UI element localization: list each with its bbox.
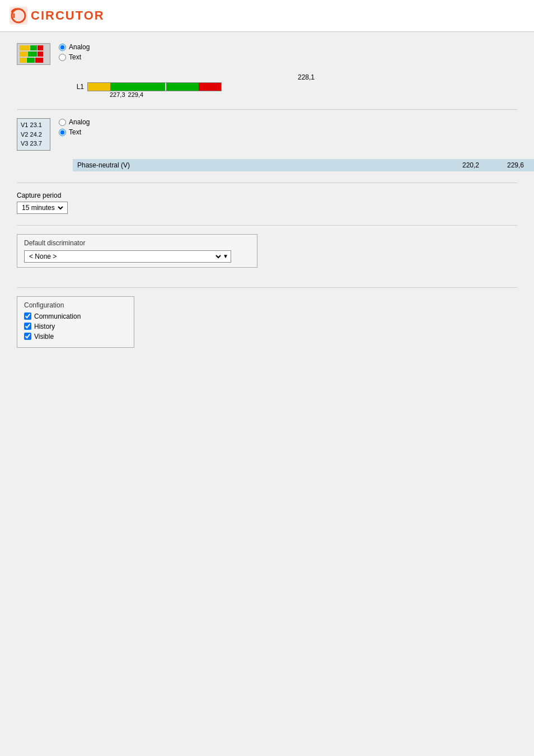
- checkbox-communication[interactable]: [24, 312, 31, 320]
- config-check-communication: Communication: [24, 312, 127, 320]
- gauge-value-top: 228,1: [95, 73, 517, 81]
- phase-val-v2: 229,6: [496, 161, 524, 169]
- gauge-label: L1: [73, 83, 84, 91]
- discriminator-legend: Default discriminator: [22, 239, 250, 247]
- gauge-range-row: 227,3 229,4: [110, 91, 517, 98]
- capture-period-section: Capture period 15 minutes 5 minutes 1 mi…: [17, 192, 517, 214]
- configuration-fieldset: Configuration Communication History Visi…: [17, 296, 134, 348]
- discriminator-fieldset: Default discriminator < None > Option 1 …: [17, 234, 257, 268]
- capture-period-select-wrapper[interactable]: 15 minutes 5 minutes 1 minute 30 minutes: [17, 202, 68, 214]
- capture-period-select[interactable]: 15 minutes 5 minutes 1 minute 30 minutes: [20, 203, 65, 212]
- config-label-history: History: [34, 323, 55, 330]
- gauge-row: L1: [73, 82, 517, 91]
- radio-analog-1[interactable]: Analog: [59, 43, 90, 51]
- config-label-visible: Visible: [34, 333, 54, 340]
- config-legend: Configuration: [24, 301, 127, 309]
- checkbox-visible[interactable]: [24, 333, 31, 340]
- capture-period-label: Capture period: [17, 192, 517, 199]
- phase-table: Phase-neutral (V) 220,2 229,6 229,7: [73, 159, 534, 171]
- gauge-range-min: 227,3: [110, 91, 125, 98]
- logo-text: CIRCUTOR: [31, 8, 105, 23]
- circutor-logo-icon: [8, 6, 29, 26]
- display-mode-row-1: Analog Text: [17, 43, 517, 65]
- mini-bar-thumbnail: [17, 43, 50, 65]
- text-value-v2: V2 24.2: [21, 130, 46, 139]
- text-value-v3: V3 23.7: [21, 139, 46, 148]
- header: CIRCUTOR: [0, 0, 534, 32]
- text-values-box: V1 23.1 V2 24.2 V3 23.7: [17, 118, 50, 151]
- text-value-v1: V1 23.1: [21, 120, 46, 130]
- phase-row: Phase-neutral (V) 220,2 229,6 229,7: [73, 159, 534, 171]
- config-check-visible: Visible: [24, 333, 127, 340]
- radio-text-1[interactable]: Text: [59, 53, 90, 61]
- gauge-container: 228,1 L1 227,3 229,4: [73, 73, 517, 98]
- phase-label: Phase-neutral (V): [77, 161, 434, 169]
- section-text-display: V1 23.1 V2 24.2 V3 23.7 Analog Text Phas…: [17, 118, 517, 171]
- text-display-row: V1 23.1 V2 24.2 V3 23.7 Analog Text: [17, 118, 517, 151]
- discriminator-select[interactable]: < None > Option 1 Option 2: [27, 252, 223, 261]
- phase-val-v1: 220,2: [451, 161, 479, 169]
- radio-analog-2[interactable]: Analog: [59, 118, 90, 126]
- gauge-range-max: 229,4: [128, 91, 144, 98]
- config-label-communication: Communication: [34, 312, 81, 320]
- main-content: Analog Text 228,1 L1: [0, 32, 534, 359]
- logo: CIRCUTOR: [8, 6, 526, 26]
- config-check-history: History: [24, 323, 127, 330]
- radio-group-2: Analog Text: [59, 118, 90, 136]
- gauge-bar: [87, 82, 222, 91]
- checkbox-history[interactable]: [24, 323, 31, 330]
- radio-group-1: Analog Text: [59, 43, 90, 61]
- discriminator-select-wrapper[interactable]: < None > Option 1 Option 2 ▼: [24, 250, 231, 263]
- radio-text-2[interactable]: Text: [59, 128, 90, 136]
- dropdown-arrow-icon: ▼: [223, 253, 228, 259]
- section-analog-display: Analog Text 228,1 L1: [17, 43, 517, 98]
